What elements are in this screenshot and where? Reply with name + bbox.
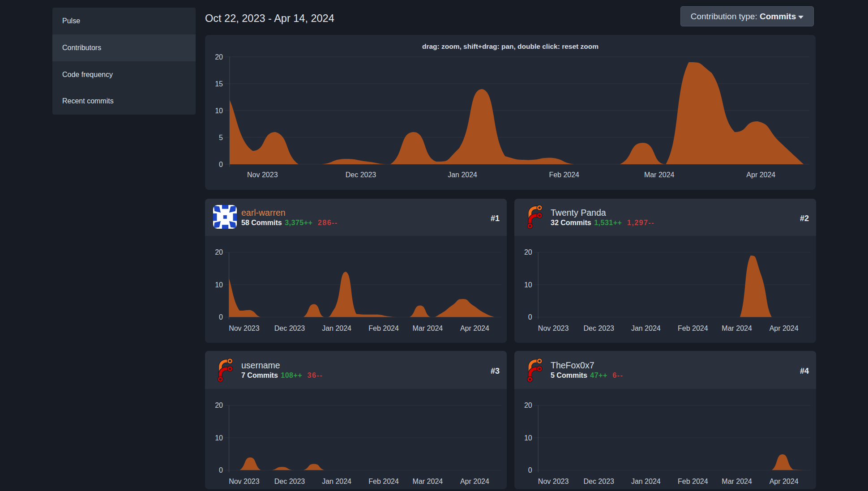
svg-text:10: 10: [524, 281, 532, 289]
svg-text:Feb 2024: Feb 2024: [678, 324, 708, 332]
svg-text:5: 5: [219, 134, 223, 141]
svg-text:Dec 2023: Dec 2023: [274, 324, 305, 332]
svg-text:Apr 2024: Apr 2024: [460, 324, 489, 332]
svg-text:drag: zoom, shift+drag: pan, d: drag: zoom, shift+drag: pan, double clic…: [422, 43, 599, 50]
svg-text:Mar 2024: Mar 2024: [722, 478, 752, 485]
svg-text:Apr 2024: Apr 2024: [746, 171, 775, 179]
svg-text:Mar 2024: Mar 2024: [413, 324, 443, 332]
svg-text:Nov 2023: Nov 2023: [538, 478, 569, 485]
svg-text:20: 20: [524, 401, 532, 409]
svg-text:10: 10: [524, 434, 532, 442]
svg-text:20: 20: [215, 53, 223, 61]
svg-text:Feb 2024: Feb 2024: [368, 324, 399, 332]
svg-text:Apr 2024: Apr 2024: [460, 478, 489, 485]
svg-text:Nov 2023: Nov 2023: [247, 171, 278, 179]
svg-text:Dec 2023: Dec 2023: [346, 171, 376, 179]
svg-text:0: 0: [528, 466, 532, 474]
svg-text:Mar 2024: Mar 2024: [413, 478, 443, 485]
svg-text:0: 0: [528, 313, 532, 321]
svg-text:20: 20: [215, 401, 223, 409]
svg-text:Mar 2024: Mar 2024: [644, 171, 675, 179]
svg-text:Nov 2023: Nov 2023: [229, 324, 260, 332]
svg-text:Jan 2024: Jan 2024: [322, 324, 351, 332]
svg-text:Jan 2024: Jan 2024: [631, 478, 661, 485]
svg-text:Jan 2024: Jan 2024: [631, 324, 661, 332]
svg-text:10: 10: [215, 281, 223, 289]
svg-text:10: 10: [215, 434, 223, 442]
svg-text:Nov 2023: Nov 2023: [538, 324, 569, 332]
svg-text:20: 20: [524, 248, 532, 256]
svg-text:0: 0: [219, 161, 223, 168]
svg-text:Dec 2023: Dec 2023: [583, 324, 614, 332]
svg-text:0: 0: [219, 466, 223, 474]
svg-text:Apr 2024: Apr 2024: [770, 478, 799, 485]
svg-text:Jan 2024: Jan 2024: [448, 171, 477, 179]
svg-text:Feb 2024: Feb 2024: [549, 171, 579, 179]
svg-text:Feb 2024: Feb 2024: [368, 478, 399, 485]
svg-text:0: 0: [219, 313, 223, 321]
svg-text:10: 10: [215, 107, 223, 115]
svg-text:Feb 2024: Feb 2024: [678, 478, 708, 485]
svg-text:20: 20: [215, 248, 223, 256]
svg-text:Dec 2023: Dec 2023: [274, 478, 305, 485]
svg-text:Mar 2024: Mar 2024: [722, 324, 752, 332]
svg-text:Nov 2023: Nov 2023: [229, 478, 260, 485]
svg-text:15: 15: [215, 80, 223, 88]
svg-text:Jan 2024: Jan 2024: [322, 478, 351, 485]
svg-text:Dec 2023: Dec 2023: [583, 478, 614, 485]
svg-text:Apr 2024: Apr 2024: [770, 324, 799, 332]
